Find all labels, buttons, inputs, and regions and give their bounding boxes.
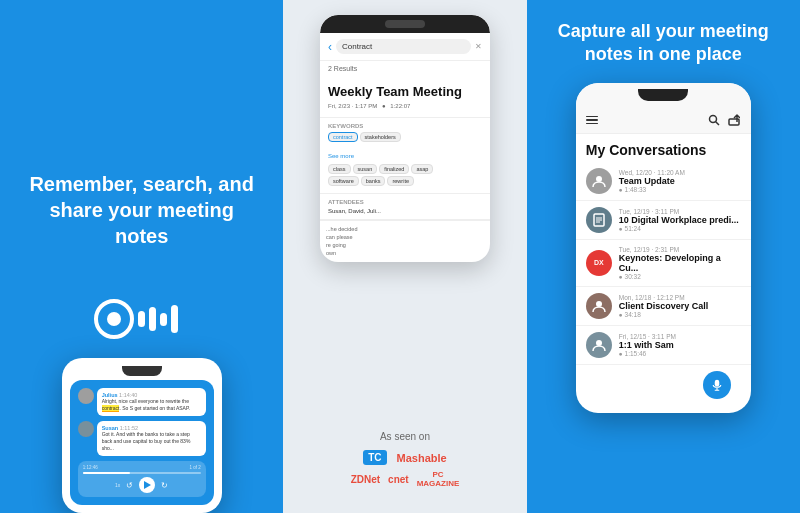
tag-asap: asap bbox=[411, 164, 433, 174]
conv-item-name-1: Team Update bbox=[619, 176, 741, 186]
tag-contract: contract bbox=[328, 132, 358, 142]
app-header bbox=[576, 107, 751, 134]
phone-notch-left bbox=[122, 366, 162, 376]
left-headline: Remember, search, and share your meeting… bbox=[20, 171, 263, 249]
search-phone-container: ‹ Contract ✕ 2 Results Weekly Team Meeti… bbox=[320, 15, 490, 262]
mashable-logo: Mashable bbox=[397, 452, 447, 464]
susan-avatar bbox=[78, 421, 94, 437]
susan-text: Got it. And with the banks to take a ste… bbox=[102, 431, 201, 452]
svg-point-6 bbox=[709, 115, 716, 122]
rewind-icon[interactable]: ↺ bbox=[126, 481, 133, 490]
left-panel: Remember, search, and share your meeting… bbox=[0, 0, 283, 513]
conv-item-date-2: Tue, 12/19 · 3:11 PM bbox=[619, 208, 741, 215]
tags-row-2: class susan finalized asap bbox=[328, 164, 482, 174]
snippet-part2: can please bbox=[326, 234, 353, 240]
conv-item-duration-2: ● 51:24 bbox=[619, 225, 741, 232]
list-item[interactable]: DX Tue, 12/19 · 2:31 PM Keynotes: Develo… bbox=[576, 240, 751, 287]
conv-item-info-3: Tue, 12/19 · 2:31 PM Keynotes: Developin… bbox=[619, 246, 741, 280]
avatar-text-3: DX bbox=[594, 259, 604, 266]
meeting-title: Weekly Team Meeting bbox=[328, 84, 482, 100]
person-icon-4 bbox=[592, 299, 606, 313]
conversation-list: Wed, 12/20 · 11:20 AM Team Update ● 1:48… bbox=[576, 162, 751, 365]
as-seen-label: As seen on bbox=[351, 431, 460, 442]
search-icon[interactable] bbox=[707, 113, 721, 127]
conv-item-duration-5: ● 1:15:46 bbox=[619, 350, 741, 357]
attendees-section: ATTENDEES Susan, David, Juli... bbox=[320, 194, 490, 220]
list-item[interactable]: Tue, 12/19 · 3:11 PM 10 Digital Workplac… bbox=[576, 201, 751, 240]
playback-time: 1:12:46 bbox=[83, 465, 98, 470]
middle-bg: ‹ Contract ✕ 2 Results Weekly Team Meeti… bbox=[283, 0, 526, 513]
see-more[interactable]: See more bbox=[328, 144, 482, 162]
right-panel: Capture all your meeting notes in one pl… bbox=[527, 0, 800, 513]
julius-text: Alright, nice call everyone to rewrite t… bbox=[102, 398, 201, 412]
middle-panel: ‹ Contract ✕ 2 Results Weekly Team Meeti… bbox=[283, 0, 526, 513]
keywords-section: KEYWORDS contract stakeholders See more … bbox=[320, 118, 490, 194]
conv-item-duration-4: ● 34:18 bbox=[619, 311, 741, 318]
pc-logo: PCMAGAZINE bbox=[417, 470, 460, 488]
conv-item-info-5: Fri, 12/15 · 3:11 PM 1:1 with Sam ● 1:15… bbox=[619, 333, 741, 357]
attendees-label: ATTENDEES bbox=[328, 199, 482, 205]
julius-bubble: Julius 1:14:40 Alright, nice call everyo… bbox=[97, 388, 206, 416]
avatar-4 bbox=[586, 293, 612, 319]
chat-row-julius: Julius 1:14:40 Alright, nice call everyo… bbox=[78, 388, 206, 416]
press-logos-row1: TC Mashable bbox=[351, 450, 460, 465]
hamburger-icon[interactable] bbox=[586, 116, 598, 125]
share-icon[interactable] bbox=[727, 113, 741, 127]
svg-point-9 bbox=[596, 176, 602, 182]
playback-count: 1 of 2 bbox=[189, 465, 200, 470]
avatar-3: DX bbox=[586, 250, 612, 276]
tag-stakeholders: stakeholders bbox=[360, 132, 401, 142]
snippet-part1: ...he decided bbox=[326, 226, 358, 232]
tags-row-1: contract stakeholders bbox=[328, 132, 482, 142]
tag-finalized: finalized bbox=[379, 164, 409, 174]
progress-fill bbox=[83, 472, 130, 474]
conv-item-date-3: Tue, 12/19 · 2:31 PM bbox=[619, 246, 741, 253]
playback-bar: 1:12:46 1 of 2 1x ↺ ↻ bbox=[78, 461, 206, 497]
list-item[interactable]: Fri, 12/15 · 3:11 PM 1:1 with Sam ● 1:15… bbox=[576, 326, 751, 365]
forward-icon[interactable]: ↻ bbox=[161, 481, 168, 490]
conv-item-info-1: Wed, 12/20 · 11:20 AM Team Update ● 1:48… bbox=[619, 169, 741, 193]
share-icon-svg bbox=[728, 114, 740, 126]
avatar-2 bbox=[586, 207, 612, 233]
as-seen-on-section: As seen on TC Mashable ZDNet cnet PCMAGA… bbox=[351, 431, 460, 498]
conv-item-name-3: Keynotes: Developing a Cu... bbox=[619, 253, 741, 273]
conv-item-date-4: Mon, 12/18 · 12:12 PM bbox=[619, 294, 741, 301]
phone-status-bar-right bbox=[576, 83, 751, 107]
svg-point-15 bbox=[596, 340, 602, 346]
svg-line-7 bbox=[715, 121, 719, 125]
tag-susan: susan bbox=[353, 164, 378, 174]
right-headline: Capture all your meeting notes in one pl… bbox=[542, 20, 785, 67]
tag-class: class bbox=[328, 164, 351, 174]
cnet-logo: cnet bbox=[388, 474, 409, 485]
play-button[interactable] bbox=[139, 477, 155, 493]
phone-notch-pill bbox=[385, 20, 425, 28]
search-input[interactable]: Contract bbox=[336, 39, 471, 54]
list-item[interactable]: Mon, 12/18 · 12:12 PM Client Discovery C… bbox=[576, 287, 751, 326]
press-logos-row2: ZDNet cnet PCMAGAZINE bbox=[351, 470, 460, 488]
phone-notch-right bbox=[638, 89, 688, 101]
conv-item-info-4: Mon, 12/18 · 12:12 PM Client Discovery C… bbox=[619, 294, 741, 318]
svg-rect-3 bbox=[149, 307, 156, 331]
clear-icon[interactable]: ✕ bbox=[475, 42, 482, 51]
bullet: ● bbox=[382, 103, 386, 109]
mic-fab-button[interactable] bbox=[703, 371, 731, 399]
ham-line-3 bbox=[586, 123, 598, 125]
play-controls[interactable]: 1x ↺ ↻ bbox=[83, 477, 201, 493]
conversations-title: My Conversations bbox=[576, 134, 751, 162]
document-icon bbox=[592, 213, 606, 227]
search-results-label: 2 Results bbox=[320, 61, 490, 76]
conv-item-name-4: Client Discovery Call bbox=[619, 301, 741, 311]
otter-logo bbox=[92, 297, 192, 342]
conv-item-date-5: Fri, 12/15 · 3:11 PM bbox=[619, 333, 741, 340]
svg-rect-5 bbox=[171, 305, 178, 333]
ham-line-1 bbox=[586, 116, 598, 118]
back-button[interactable]: ‹ bbox=[328, 40, 332, 54]
mic-icon bbox=[711, 379, 723, 391]
speed-label: 1x bbox=[115, 482, 120, 488]
conv-item-name-5: 1:1 with Sam bbox=[619, 340, 741, 350]
tag-software: software bbox=[328, 176, 359, 186]
list-item[interactable]: Wed, 12/20 · 11:20 AM Team Update ● 1:48… bbox=[576, 162, 751, 201]
ham-line-2 bbox=[586, 119, 598, 121]
svg-rect-4 bbox=[160, 313, 167, 326]
svg-rect-2 bbox=[138, 311, 145, 327]
